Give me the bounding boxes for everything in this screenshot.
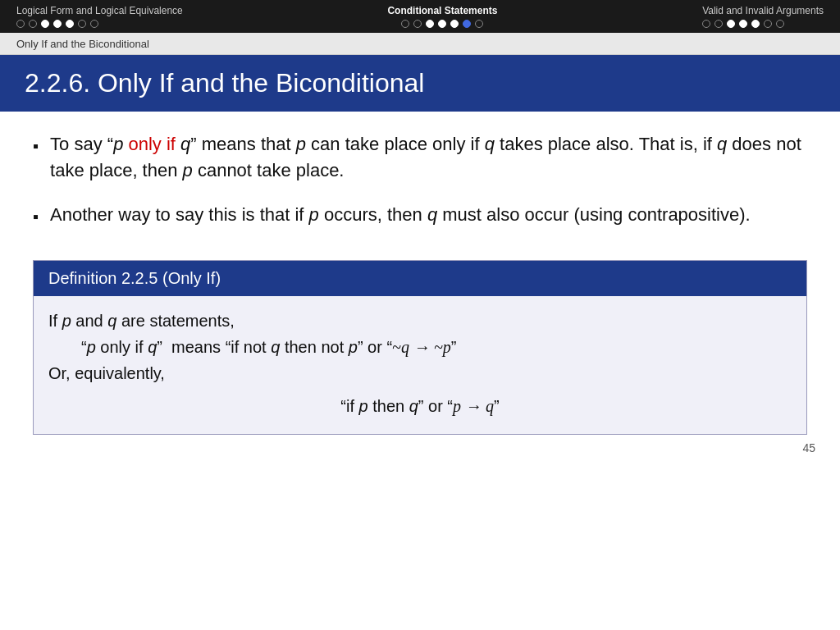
dot-r3	[727, 20, 735, 28]
dot-c1	[401, 20, 409, 28]
nav-title-right: Valid and Invalid Arguments	[702, 5, 824, 16]
dot-r6	[764, 20, 772, 28]
nav-dots-right	[702, 20, 784, 28]
definition-line4: “if p then q” or “p → q”	[48, 393, 792, 419]
nav-section-left: Logical Form and Logical Equivalence	[16, 5, 183, 28]
dot-c3	[426, 20, 434, 28]
definition-line3: Or, equivalently,	[48, 360, 792, 386]
dot-l7	[90, 20, 98, 28]
dot-l5	[66, 20, 74, 28]
bullet-marker-2: ▪	[33, 205, 39, 229]
nav-section-right: Valid and Invalid Arguments	[702, 5, 824, 28]
dot-r5	[751, 20, 760, 28]
bullet-item-1: ▪ To say “p only if q” means that p can …	[33, 131, 807, 184]
dot-r4	[739, 20, 747, 28]
definition-box: Definition 2.2.5 (Only If) If p and q ar…	[33, 260, 807, 435]
slide-content: ▪ To say “p only if q” means that p can …	[0, 112, 840, 260]
dot-l2	[29, 20, 37, 28]
definition-header: Definition 2.2.5 (Only If)	[34, 261, 806, 296]
nav-title-center: Conditional Statements	[387, 5, 497, 16]
nav-section-center: Conditional Statements	[387, 5, 497, 28]
breadcrumb: Only If and the Biconditional	[0, 33, 840, 55]
page-number: 45	[802, 441, 815, 454]
slide-header: 2.2.6. Only If and the Biconditional	[0, 55, 840, 112]
bullet-text-1: To say “p only if q” means that p can ta…	[50, 131, 807, 184]
dot-r2	[714, 20, 723, 28]
dot-c5	[450, 20, 459, 28]
dot-r7	[776, 20, 784, 28]
page-number-container: 45	[0, 435, 840, 458]
dot-l6	[78, 20, 86, 28]
definition-body: If p and q are statements, “p only if q”…	[34, 296, 806, 434]
dot-c7	[475, 20, 483, 28]
dot-c4	[438, 20, 446, 28]
dot-l4	[53, 20, 62, 28]
slide-title: 2.2.6. Only If and the Biconditional	[25, 68, 815, 98]
definition-line1: If p and q are statements,	[48, 308, 792, 334]
dot-c2	[413, 20, 422, 28]
top-navigation: Logical Form and Logical Equivalence Con…	[0, 0, 840, 33]
bullet-list: ▪ To say “p only if q” means that p can …	[33, 131, 807, 229]
nav-dots-center	[401, 20, 483, 28]
dot-l3	[41, 20, 49, 28]
nav-title-left: Logical Form and Logical Equivalence	[16, 5, 183, 16]
bullet-marker-1: ▪	[33, 135, 39, 158]
dot-c6	[463, 20, 471, 28]
nav-dots-left	[16, 20, 98, 28]
dot-l1	[16, 20, 25, 28]
breadcrumb-text: Only If and the Biconditional	[16, 38, 149, 50]
dot-r1	[702, 20, 710, 28]
bullet-text-2: Another way to say this is that if p occ…	[50, 202, 807, 228]
bullet-item-2: ▪ Another way to say this is that if p o…	[33, 202, 807, 229]
definition-line2: “p only if q” means “if not q then not p…	[81, 334, 792, 360]
